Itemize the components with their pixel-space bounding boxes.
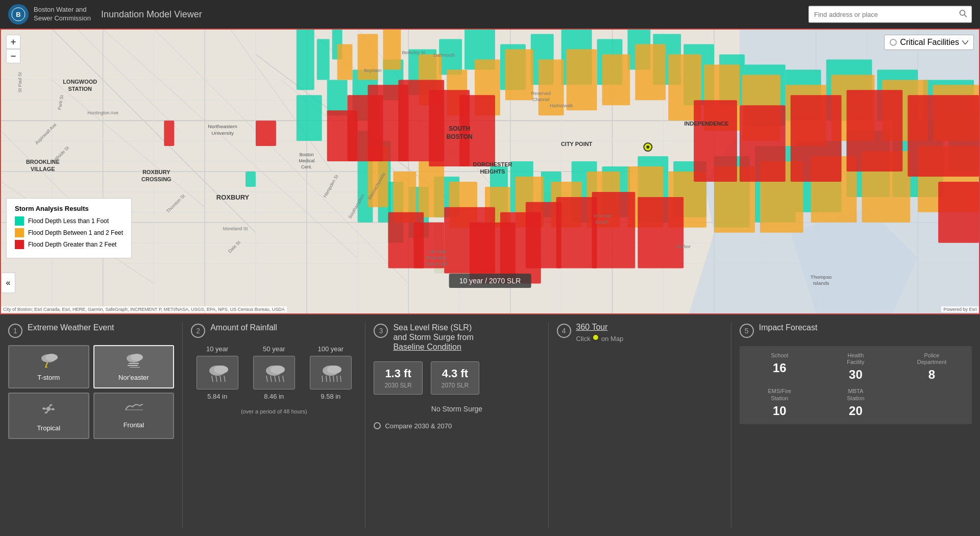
impact-value-school: 16 xyxy=(746,361,814,375)
svg-rect-102 xyxy=(635,44,666,101)
svg-line-221 xyxy=(326,376,327,382)
svg-rect-51 xyxy=(317,39,330,80)
svg-rect-146 xyxy=(256,120,276,146)
divider-2 xyxy=(365,323,365,528)
svg-text:Dartmouth: Dartmouth xyxy=(433,53,455,58)
svg-text:Medical: Medical xyxy=(299,158,314,163)
svg-text:Islands: Islands xyxy=(813,280,829,286)
section-1-title: Extreme Weather Event xyxy=(28,323,114,332)
map-attribution-right: Powered by Esri xyxy=(941,306,979,312)
svg-text:Thompso: Thompso xyxy=(811,274,832,280)
svg-rect-143 xyxy=(938,182,979,243)
rainfall-header-10yr: 10 year xyxy=(191,345,243,353)
svg-text:VILLAGE: VILLAGE xyxy=(31,166,55,172)
svg-rect-141 xyxy=(847,90,903,172)
section-2-number: 2 xyxy=(191,324,205,338)
weather-btn-tropical[interactable]: Tropical xyxy=(8,393,89,439)
weather-btn-tropical-label: Tropical xyxy=(37,424,60,432)
svg-text:INDEPENDENCE: INDEPENDENCE xyxy=(684,120,729,127)
legend-item-2: Flood Depth Between 1 and 2 Feet xyxy=(15,228,123,237)
slr-no-surge: No Storm Surge xyxy=(374,405,540,413)
svg-line-207 xyxy=(212,376,213,382)
svg-line-209 xyxy=(220,376,221,382)
cf-label: Critical Facilities xyxy=(900,38,959,47)
search-button[interactable] xyxy=(955,7,971,22)
svg-rect-136 xyxy=(592,192,635,269)
slr-label-2070: 2070 SLR xyxy=(442,382,469,389)
svg-rect-139 xyxy=(740,105,786,182)
svg-text:STATION: STATION xyxy=(68,86,92,92)
rainfall-col-100yr: 100 year 9.58 in xyxy=(304,345,357,400)
svg-text:Boylston: Boylston xyxy=(364,68,381,73)
impact-label-school: School xyxy=(746,352,814,359)
svg-text:Huntington Ave: Huntington Ave xyxy=(87,110,118,115)
svg-text:Beach: Beach xyxy=(596,220,608,225)
svg-text:SOUTH: SOUTH xyxy=(449,125,470,132)
svg-rect-75 xyxy=(246,172,256,187)
svg-line-223 xyxy=(333,376,334,382)
impact-value-ems: 10 xyxy=(746,404,814,418)
search-input[interactable] xyxy=(809,8,955,21)
logo-icon: B xyxy=(8,4,29,25)
section-4-number: 4 xyxy=(557,324,571,338)
impact-row-2: EMS/FireStation 10 MBTAStation 20 xyxy=(746,388,966,418)
impact-value-police: 8 xyxy=(898,368,966,382)
rainfall-btn-10yr[interactable] xyxy=(197,356,238,389)
impact-item-mbta: MBTAStation 20 xyxy=(822,388,890,418)
divider-1 xyxy=(182,323,183,528)
collapse-panel-button[interactable]: « xyxy=(1,273,15,293)
svg-line-220 xyxy=(322,376,323,382)
impact-label-ems: EMS/FireStation xyxy=(746,388,814,401)
impact-label-police: PoliceDepartment xyxy=(898,352,966,366)
zoom-in-button[interactable]: + xyxy=(6,35,20,49)
tropical-icon xyxy=(39,400,58,421)
svg-rect-135 xyxy=(556,197,597,269)
section-weather-event: 1 Extreme Weather Event T-storm xyxy=(8,323,174,528)
divider-3 xyxy=(548,323,549,528)
svg-rect-98 xyxy=(505,50,533,101)
map-container: LONGWOOD STATION BROOKLINE VILLAGE ROXBU… xyxy=(0,29,980,314)
svg-text:Moreland St: Moreland St xyxy=(223,226,248,231)
tour-subtitle: Click on Map xyxy=(576,334,624,343)
svg-line-213 xyxy=(266,376,267,382)
svg-line-214 xyxy=(271,376,272,382)
slr-box-2070: 4.3 ft 2070 SLR xyxy=(431,361,479,395)
zoom-out-button[interactable]: − xyxy=(6,49,20,63)
slr-label-2030: 2030 SLR xyxy=(384,382,411,389)
svg-point-199 xyxy=(131,354,143,361)
slr-box-2030: 1.3 ft 2030 SLR xyxy=(374,361,422,395)
legend-item-1: Flood Depth Less than 1 Foot xyxy=(15,216,123,226)
rainfall-btn-100yr[interactable] xyxy=(310,356,352,389)
weather-btn-tstorm[interactable]: T-storm xyxy=(8,345,89,388)
slr-compare-radio[interactable] xyxy=(374,422,381,429)
svg-rect-137 xyxy=(638,197,683,269)
weather-btn-frontal-label: Frontal xyxy=(124,421,144,429)
section-5-title: Impact Forecast xyxy=(759,323,818,332)
section-1-number: 1 xyxy=(8,324,22,338)
svg-rect-94 xyxy=(383,30,401,69)
legend-label-3: Flood Depth Greater than 2 Feet xyxy=(28,241,116,248)
svg-point-189 xyxy=(646,145,649,149)
svg-line-222 xyxy=(330,376,330,382)
svg-line-225 xyxy=(340,376,341,382)
section-2-header: 2 Amount of Rainfall xyxy=(191,323,357,338)
svg-rect-54 xyxy=(327,80,348,115)
svg-text:Road Day: Road Day xyxy=(426,255,447,260)
critical-facilities-toggle[interactable]: Critical Facilities xyxy=(884,35,974,50)
svg-rect-134 xyxy=(526,202,561,269)
weather-btn-frontal[interactable]: Frontal xyxy=(93,393,175,439)
section-1-header: 1 Extreme Weather Event xyxy=(8,323,174,338)
search-bar[interactable] xyxy=(808,6,972,23)
svg-rect-140 xyxy=(791,95,842,182)
svg-point-206 xyxy=(214,366,228,374)
svg-text:DORCHESTER: DORCHESTER xyxy=(473,161,512,167)
svg-point-212 xyxy=(271,366,285,374)
rainfall-col-50yr: 50 year 8.46 in xyxy=(248,345,300,400)
svg-line-224 xyxy=(337,376,337,382)
impact-row-1: School 16 HealthFacility 30 PoliceDepart… xyxy=(746,352,966,382)
weather-btn-norester[interactable]: Nor'easter xyxy=(93,345,175,388)
rainfall-btn-50yr[interactable] xyxy=(253,356,295,389)
legend-title: Storm Analysis Results xyxy=(15,205,123,212)
svg-line-208 xyxy=(216,376,217,382)
svg-text:ROXBURY: ROXBURY xyxy=(216,193,250,201)
